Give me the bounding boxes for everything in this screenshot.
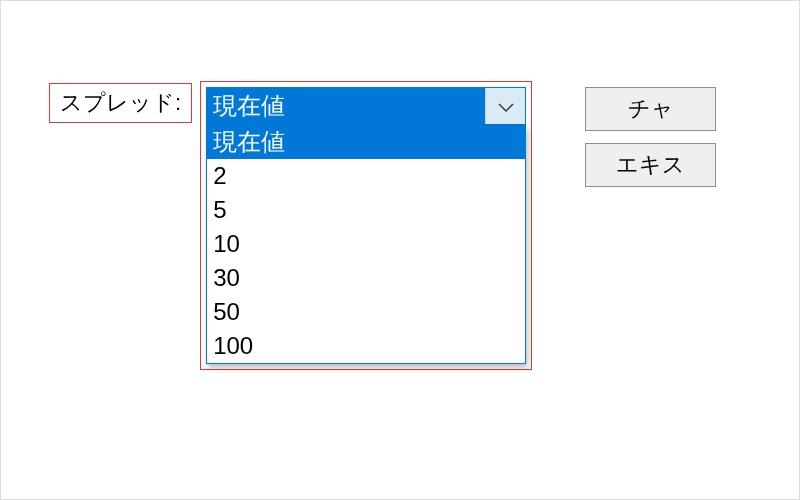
spread-option[interactable]: 30 [207,261,525,295]
spread-dropdown[interactable]: 現在値 [206,87,526,125]
chevron-down-icon [498,93,514,119]
spread-dropdown-value: 現在値 [207,88,485,124]
spread-dropdown-list: 現在値 2 5 10 30 50 100 [206,125,526,364]
spread-option[interactable]: 2 [207,159,525,193]
spread-combo-highlight: 現在値 現在値 2 5 10 30 50 100 [200,81,532,370]
spread-option[interactable]: 現在値 [207,125,525,159]
spread-option[interactable]: 10 [207,227,525,261]
spread-dropdown-button[interactable] [485,88,525,124]
chart-button[interactable]: チャ [585,87,716,131]
expert-button[interactable]: エキス [585,143,716,187]
spread-label: スプレッド: [49,83,192,123]
spread-option[interactable]: 50 [207,295,525,329]
spread-option[interactable]: 100 [207,329,525,363]
spread-option[interactable]: 5 [207,193,525,227]
